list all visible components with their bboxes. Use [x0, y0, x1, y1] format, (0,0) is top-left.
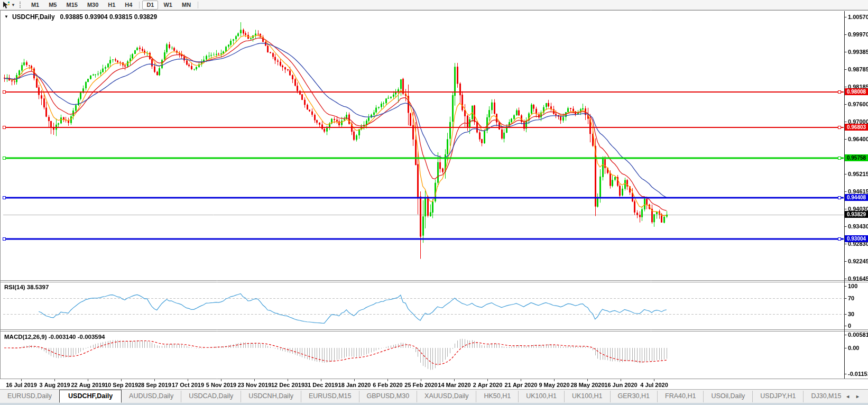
timeframe-button-h4[interactable]: H4: [121, 1, 136, 10]
toolbar-grip-handle[interactable]: [20, 2, 23, 8]
timeframe-button-d1[interactable]: D1: [142, 1, 158, 10]
hline-price-tag: 0.98008: [845, 88, 868, 95]
timeframe-button-m1[interactable]: M1: [27, 1, 43, 10]
chart-window: ▼ USDCHF,Daily 0.93885 0.93904 0.93815 0…: [0, 10, 868, 389]
hline-price-tag: 0.93004: [845, 235, 868, 242]
collapse-indicator-icon[interactable]: ▼: [4, 14, 8, 19]
trading-terminal-window: ▼ M1M5M15M30H1H4D1W1MN ▼ USDCHF,Daily 0.…: [0, 0, 868, 405]
chart-tab-usdcad-daily[interactable]: USDCAD,Daily: [181, 391, 241, 402]
tab-scroll-left-icon[interactable]: ◄: [843, 393, 853, 400]
timeframe-button-w1[interactable]: W1: [159, 1, 177, 10]
timeframe-button-m15[interactable]: M15: [62, 1, 81, 10]
timeframe-button-h1[interactable]: H1: [104, 1, 119, 10]
chart-tab-usdjpy-h1[interactable]: USDJPY,H1: [752, 391, 803, 402]
price-chart-canvas[interactable]: [0, 10, 868, 389]
chart-tab-usoil-daily[interactable]: USOil,Daily: [703, 391, 752, 402]
hline-price-tag: 0.96803: [845, 124, 868, 131]
chart-tab-bar: EURUSD,DailyUSDCHF,DailyAUDUSD,DailyUSDC…: [0, 389, 868, 403]
chart-tab-eurusd-daily[interactable]: EURUSD,Daily: [0, 391, 59, 402]
hline-price-tag: 0.94408: [845, 194, 868, 201]
status-strip: [0, 403, 868, 405]
chart-tab-usdchf-daily[interactable]: USDCHF,Daily: [59, 390, 122, 403]
chart-tab-hk50-h1[interactable]: HK50,H1: [476, 391, 518, 402]
chart-symbol-label: USDCHF,Daily: [12, 13, 55, 21]
hline-price-tag: 0.95758: [845, 154, 868, 161]
tab-scroll-right-icon[interactable]: ►: [853, 393, 863, 400]
toolbar-separator: [198, 2, 198, 8]
dropdown-arrow-icon[interactable]: ▼: [11, 3, 17, 7]
current-price-tag: 0.93829: [845, 211, 868, 218]
timeframe-buttons: M1M5M15M30H1H4D1W1MN: [26, 1, 200, 10]
chart-tab-dj30-m15[interactable]: DJ30,M15: [803, 391, 843, 402]
chart-tabs: EURUSD,DailyUSDCHF,DailyAUDUSD,DailyUSDC…: [0, 390, 843, 403]
chart-tab-ger30-h1[interactable]: GER30,H1: [610, 391, 657, 402]
toolbar-separator: [139, 2, 140, 8]
cursor-tool-icon[interactable]: [1, 1, 11, 9]
chart-tab-uk100-h1[interactable]: UK100,H1: [518, 391, 564, 402]
chart-tab-eurusd-m15[interactable]: EURUSD,M15: [301, 391, 359, 402]
timeframe-button-m5[interactable]: M5: [44, 1, 61, 10]
chart-title: ▼ USDCHF,Daily 0.93885 0.93904 0.93815 0…: [4, 13, 157, 21]
chart-tab-audusd-daily[interactable]: AUDUSD,Daily: [122, 391, 181, 402]
timeframe-button-m30[interactable]: M30: [83, 1, 103, 10]
chart-tab-gbpusd-m30[interactable]: GBPUSD,M30: [359, 391, 417, 402]
chart-tab-usdcnh-daily[interactable]: USDCNH,Daily: [241, 391, 301, 402]
chart-tab-xauusd-daily[interactable]: XAUUSD,Daily: [417, 391, 476, 402]
macd-indicator-label: MACD(12,26,9) -0.003140 -0.003594: [4, 334, 105, 340]
timeframe-button-mn[interactable]: MN: [178, 1, 195, 10]
rsi-indicator-label: RSI(14) 38.5397: [4, 284, 49, 290]
timeframe-toolbar: ▼ M1M5M15M30H1H4D1W1MN: [0, 0, 868, 10]
tab-scroll-controls: ◄ ►: [843, 390, 868, 403]
chart-tab-uk100-h1[interactable]: UK100,H1: [564, 391, 610, 402]
chart-ohlc-values: 0.93885 0.93904 0.93815 0.93829: [60, 13, 158, 21]
chart-tab-fra40-h1[interactable]: FRA40,H1: [657, 391, 703, 402]
